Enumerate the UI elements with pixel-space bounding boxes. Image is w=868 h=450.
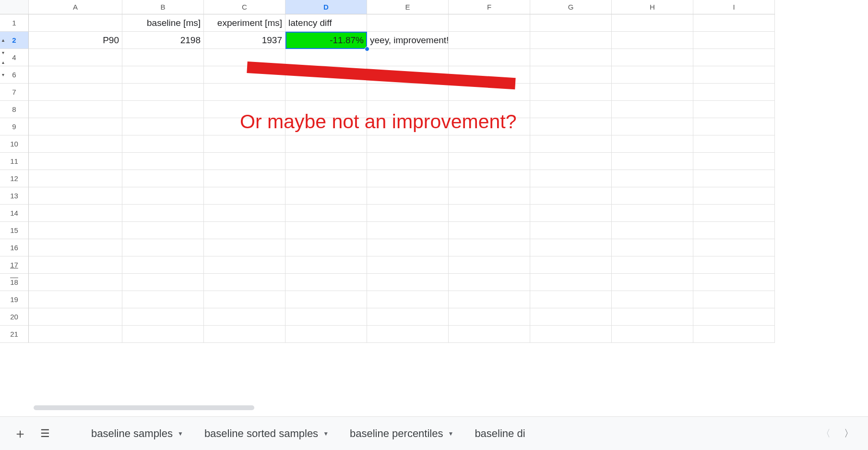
select-all-corner[interactable] — [0, 0, 29, 14]
cell-B1[interactable]: baseline [ms] — [122, 14, 204, 32]
cell-G4[interactable] — [530, 49, 612, 66]
col-header-D[interactable]: D — [285, 0, 367, 14]
cell-D19[interactable] — [285, 291, 367, 308]
cell-F15[interactable] — [449, 222, 530, 239]
cell-H20[interactable] — [612, 308, 693, 326]
cell-I18[interactable] — [693, 274, 775, 291]
cell-C2[interactable]: 1937 — [204, 32, 285, 49]
cell-H18[interactable] — [612, 274, 693, 291]
cell-D10[interactable] — [285, 135, 367, 153]
row-header-21[interactable]: 21 — [0, 326, 29, 343]
cell-I19[interactable] — [693, 291, 775, 308]
cell-C14[interactable] — [204, 205, 285, 222]
cell-A19[interactable] — [29, 291, 122, 308]
cell-I15[interactable] — [693, 222, 775, 239]
cell-H4[interactable] — [612, 49, 693, 66]
cell-B12[interactable] — [122, 170, 204, 187]
sheet-tab-baseline-sorted-samples[interactable]: baseline sorted samples ▼ — [196, 423, 337, 445]
cell-F11[interactable] — [449, 153, 530, 170]
cell-H17[interactable] — [612, 256, 693, 274]
cell-D13[interactable] — [285, 187, 367, 205]
cell-I9[interactable] — [693, 118, 775, 135]
cell-G9[interactable] — [530, 118, 612, 135]
col-header-E[interactable]: E — [367, 0, 449, 14]
cell-I2[interactable] — [693, 32, 775, 49]
cell-G16[interactable] — [530, 239, 612, 256]
col-header-B[interactable]: B — [122, 0, 204, 14]
cell-E15[interactable] — [367, 222, 449, 239]
row-header-9[interactable]: 9 — [0, 118, 29, 135]
cell-C19[interactable] — [204, 291, 285, 308]
cell-A11[interactable] — [29, 153, 122, 170]
cell-F16[interactable] — [449, 239, 530, 256]
cell-E18[interactable] — [367, 274, 449, 291]
cell-C10[interactable] — [204, 135, 285, 153]
row-header-13[interactable]: 13 — [0, 187, 29, 205]
cell-B16[interactable] — [122, 239, 204, 256]
cell-A21[interactable] — [29, 326, 122, 343]
cell-H12[interactable] — [612, 170, 693, 187]
cell-F13[interactable] — [449, 187, 530, 205]
cell-D7[interactable] — [285, 84, 367, 101]
row-header-20[interactable]: 20 — [0, 308, 29, 326]
cell-G13[interactable] — [530, 187, 612, 205]
group-expand-down-icon[interactable]: ▾ — [2, 72, 4, 77]
cell-A1[interactable] — [29, 14, 122, 32]
group-marker-top-icon[interactable]: ▾ — [2, 50, 4, 55]
cell-A14[interactable] — [29, 205, 122, 222]
cell-A9[interactable] — [29, 118, 122, 135]
cell-F19[interactable] — [449, 291, 530, 308]
cell-E12[interactable] — [367, 170, 449, 187]
cell-C17[interactable] — [204, 256, 285, 274]
cell-G15[interactable] — [530, 222, 612, 239]
selection-fill-handle[interactable] — [365, 47, 369, 51]
cell-G18[interactable] — [530, 274, 612, 291]
col-header-I[interactable]: I — [693, 0, 775, 14]
cell-A2[interactable]: P90 — [29, 32, 122, 49]
cell-B15[interactable] — [122, 222, 204, 239]
cell-F20[interactable] — [449, 308, 530, 326]
cell-E20[interactable] — [367, 308, 449, 326]
group-collapse-up-icon[interactable]: ▴ — [2, 37, 4, 43]
cell-E19[interactable] — [367, 291, 449, 308]
sheet-tab-baseline-percentiles[interactable]: baseline percentiles ▼ — [341, 423, 462, 445]
cell-A20[interactable] — [29, 308, 122, 326]
row-header-18[interactable]: 18 — [0, 274, 29, 291]
cell-D1[interactable]: latency diff — [285, 14, 367, 32]
cell-H1[interactable] — [612, 14, 693, 32]
cell-B11[interactable] — [122, 153, 204, 170]
cell-H6[interactable] — [612, 66, 693, 84]
cell-I10[interactable] — [693, 135, 775, 153]
cell-F14[interactable] — [449, 205, 530, 222]
cell-H2[interactable] — [612, 32, 693, 49]
cell-C15[interactable] — [204, 222, 285, 239]
row-header-6[interactable]: ▾6 — [0, 66, 29, 84]
cell-G14[interactable] — [530, 205, 612, 222]
cell-I7[interactable] — [693, 84, 775, 101]
cell-B9[interactable] — [122, 118, 204, 135]
cell-F1[interactable] — [449, 14, 530, 32]
cell-I16[interactable] — [693, 239, 775, 256]
chevron-down-icon[interactable]: ▼ — [448, 430, 453, 437]
cell-A18[interactable] — [29, 274, 122, 291]
col-header-H[interactable]: H — [612, 0, 693, 14]
cell-H7[interactable] — [612, 84, 693, 101]
cell-G6[interactable] — [530, 66, 612, 84]
cell-H11[interactable] — [612, 153, 693, 170]
cell-F18[interactable] — [449, 274, 530, 291]
cell-I11[interactable] — [693, 153, 775, 170]
cell-I4[interactable] — [693, 49, 775, 66]
cell-B19[interactable] — [122, 291, 204, 308]
cell-H15[interactable] — [612, 222, 693, 239]
cell-E4[interactable] — [367, 49, 449, 66]
cell-I8[interactable] — [693, 101, 775, 118]
h-scroll-thumb[interactable] — [34, 405, 254, 410]
cell-E7[interactable] — [367, 84, 449, 101]
cell-A15[interactable] — [29, 222, 122, 239]
cell-F12[interactable] — [449, 170, 530, 187]
cell-D18[interactable] — [285, 274, 367, 291]
row-header-16[interactable]: 16 — [0, 239, 29, 256]
cell-B18[interactable] — [122, 274, 204, 291]
cell-B2[interactable]: 2198 — [122, 32, 204, 49]
col-header-G[interactable]: G — [530, 0, 612, 14]
